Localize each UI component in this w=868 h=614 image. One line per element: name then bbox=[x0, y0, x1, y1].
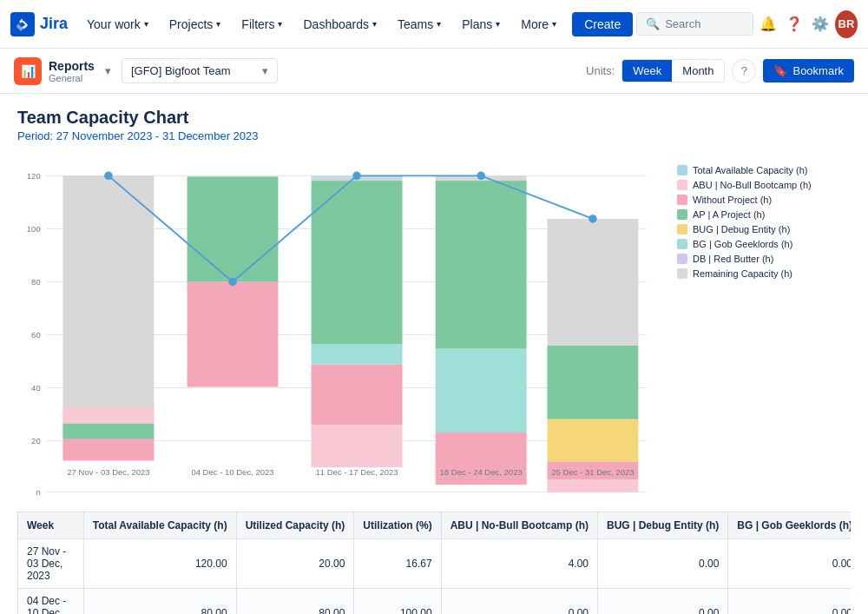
bar-ap-w5 bbox=[547, 346, 638, 419]
settings-button[interactable]: ⚙️ bbox=[809, 10, 832, 38]
bar-remaining-w5 bbox=[547, 219, 638, 346]
nav-filters[interactable]: Filters ▾ bbox=[233, 12, 291, 36]
svg-text:0: 0 bbox=[36, 488, 40, 495]
bar-without-w1 bbox=[62, 439, 154, 461]
help-icon-button[interactable]: ? bbox=[732, 59, 756, 83]
chart-container: 120 100 80 60 40 20 0 bbox=[17, 156, 851, 498]
legend-color-db bbox=[677, 254, 687, 264]
line-point-5 bbox=[589, 215, 597, 223]
line-point-4 bbox=[477, 172, 485, 181]
svg-text:04 Dec - 10 Dec, 2023: 04 Dec - 10 Dec, 2023 bbox=[191, 467, 273, 477]
table-cell: 120.00 bbox=[83, 539, 236, 589]
chevron-down-icon: ▾ bbox=[278, 19, 282, 29]
line-point-3 bbox=[352, 172, 361, 181]
nav-dashboards[interactable]: Dashboards ▾ bbox=[294, 12, 385, 36]
top-navigation: Jira Your work ▾ Projects ▾ Filters ▾ Da… bbox=[0, 0, 868, 49]
svg-text:20: 20 bbox=[31, 436, 41, 446]
bar-ap-w4 bbox=[436, 181, 527, 349]
month-button[interactable]: Month bbox=[672, 60, 724, 82]
legend-color-total bbox=[677, 165, 687, 175]
table-cell: 4.00 bbox=[441, 539, 597, 589]
nav-teams[interactable]: Teams ▾ bbox=[389, 12, 450, 36]
bookmark-icon: 🔖 bbox=[773, 64, 787, 77]
legend-color-bug bbox=[677, 224, 687, 234]
nav-plans[interactable]: Plans ▾ bbox=[453, 12, 509, 36]
legend-bug: BUG | Debug Entity (h) bbox=[677, 224, 851, 234]
bar-without-w2 bbox=[187, 281, 279, 386]
svg-text:18 Dec - 24 Dec, 2023: 18 Dec - 24 Dec, 2023 bbox=[440, 467, 523, 477]
bar-without-w4 bbox=[436, 432, 527, 485]
chart-area: 120 100 80 60 40 20 0 bbox=[17, 156, 663, 498]
svg-text:80: 80 bbox=[31, 277, 41, 287]
legend-color-remaining bbox=[677, 268, 687, 279]
chart-period: Period: 27 November 2023 - 31 December 2… bbox=[17, 129, 851, 142]
bar-abu-w5 bbox=[547, 479, 638, 492]
search-box[interactable]: 🔍 Search bbox=[636, 12, 753, 36]
team-value: [GFO] Bigfoot Team bbox=[131, 64, 231, 77]
col-bg: BG | Gob Geeklords (h) bbox=[728, 512, 851, 539]
chevron-down-icon: ▾ bbox=[216, 19, 220, 29]
table-cell: 80.00 bbox=[83, 589, 236, 615]
chevron-down-icon: ▾ bbox=[437, 19, 441, 29]
logo-text: Jira bbox=[40, 15, 68, 33]
nav-more[interactable]: More ▾ bbox=[512, 12, 565, 36]
notifications-button[interactable]: 🔔 bbox=[757, 10, 779, 38]
chevron-down-icon: ▾ bbox=[144, 19, 148, 29]
table-cell: 20.00 bbox=[236, 539, 354, 589]
team-selector[interactable]: [GFO] Bigfoot Team ▾ bbox=[122, 58, 278, 83]
search-icon: 🔍 bbox=[646, 17, 660, 30]
table-cell: 16.67 bbox=[354, 539, 441, 589]
report-caret-icon[interactable]: ▾ bbox=[105, 64, 111, 77]
bar-bg-w3 bbox=[312, 344, 403, 365]
chevron-down-icon: ▾ bbox=[372, 19, 377, 29]
table-cell: 04 Dec - 10 Dec, 2023 bbox=[18, 589, 84, 615]
week-button[interactable]: Week bbox=[622, 60, 672, 82]
units-label: Units: bbox=[586, 64, 615, 77]
capacity-chart-svg: 120 100 80 60 40 20 0 bbox=[17, 156, 663, 495]
svg-text:27 Nov - 03 Dec, 2023: 27 Nov - 03 Dec, 2023 bbox=[67, 467, 149, 477]
legend-color-bg bbox=[677, 239, 687, 249]
svg-text:60: 60 bbox=[31, 330, 41, 340]
svg-text:11 Dec - 17 Dec, 2023: 11 Dec - 17 Dec, 2023 bbox=[315, 467, 398, 477]
bar-ap-w2 bbox=[187, 176, 279, 281]
units-toggle: Week Month bbox=[621, 59, 725, 83]
sub-header: 📊 Reports General ▾ [GFO] Bigfoot Team ▾… bbox=[0, 49, 868, 94]
line-point-2 bbox=[228, 278, 237, 287]
help-button[interactable]: ❓ bbox=[783, 10, 806, 38]
bar-bug-w5 bbox=[547, 419, 638, 462]
data-table: Week Total Available Capacity (h) Utiliz… bbox=[17, 512, 851, 614]
table-cell: 27 Nov - 03 Dec, 2023 bbox=[18, 539, 84, 589]
chevron-down-icon: ▾ bbox=[496, 19, 500, 29]
bar-abu-w1 bbox=[62, 407, 154, 423]
report-sub: General bbox=[49, 73, 95, 83]
logo[interactable]: Jira bbox=[10, 12, 68, 36]
legend-color-abu bbox=[677, 180, 687, 190]
nav-projects[interactable]: Projects ▾ bbox=[161, 12, 230, 36]
table-container: Week Total Available Capacity (h) Utiliz… bbox=[17, 512, 851, 614]
avatar[interactable]: BR bbox=[835, 10, 858, 38]
legend-remaining: Remaining Capacity (h) bbox=[677, 268, 851, 279]
table-cell: 0.00 bbox=[597, 539, 727, 589]
col-total-capacity: Total Available Capacity (h) bbox=[83, 512, 236, 539]
bar-remaining-w1 bbox=[62, 175, 154, 439]
create-button[interactable]: Create bbox=[572, 12, 633, 36]
legend-without: Without Project (h) bbox=[677, 195, 851, 205]
legend-db: DB | Red Butter (h) bbox=[677, 254, 851, 264]
col-week: Week bbox=[18, 512, 84, 539]
table-row: 04 Dec - 10 Dec, 202380.0080.00100.000.0… bbox=[18, 589, 852, 615]
col-bug: BUG | Debug Entity (h) bbox=[597, 512, 727, 539]
report-title: Reports bbox=[49, 59, 95, 73]
table-cell: 0.00 bbox=[597, 589, 727, 615]
table-cell: 0.00 bbox=[728, 589, 851, 615]
chevron-down-icon: ▾ bbox=[552, 19, 556, 29]
table-header-row: Week Total Available Capacity (h) Utiliz… bbox=[18, 512, 852, 539]
bar-ap-w3 bbox=[312, 181, 403, 344]
chart-title: Team Capacity Chart bbox=[17, 108, 851, 128]
legend-bg: BG | Gob Geeklords (h) bbox=[677, 239, 851, 249]
bookmark-button[interactable]: 🔖 Bookmark bbox=[763, 59, 854, 83]
line-point-1 bbox=[104, 172, 113, 181]
col-abu: ABU | No-Bull Bootcamp (h) bbox=[441, 512, 597, 539]
svg-text:120: 120 bbox=[27, 171, 41, 181]
nav-your-work[interactable]: Your work ▾ bbox=[78, 12, 157, 36]
legend-color-ap bbox=[677, 209, 687, 220]
